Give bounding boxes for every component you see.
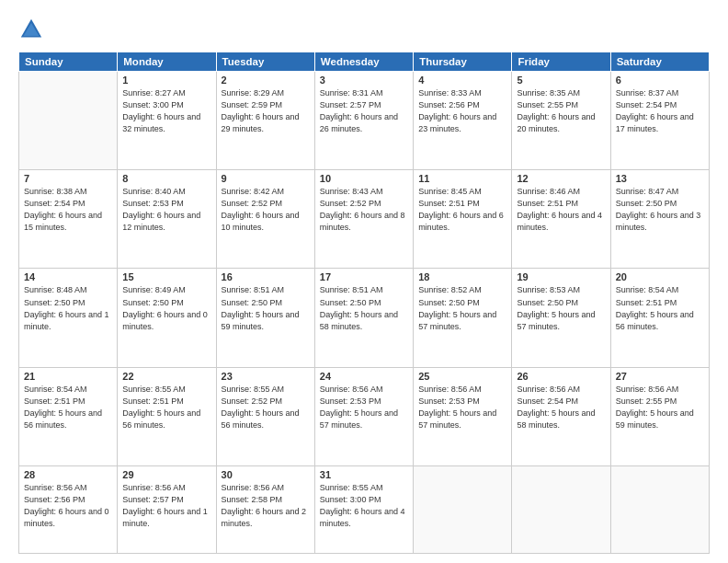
calendar-week-4: 21Sunrise: 8:54 AMSunset: 2:51 PMDayligh… [19, 367, 710, 465]
day-info: Sunrise: 8:27 AMSunset: 3:00 PMDaylight:… [122, 87, 210, 135]
day-number: 2 [222, 75, 310, 86]
day-number: 31 [320, 469, 408, 480]
calendar-cell: 20Sunrise: 8:54 AMSunset: 2:51 PMDayligh… [610, 269, 709, 367]
day-number: 13 [616, 173, 704, 184]
day-number: 18 [418, 271, 506, 282]
day-info: Sunrise: 8:53 AMSunset: 2:50 PMDaylight:… [517, 284, 605, 332]
day-number: 3 [320, 75, 408, 86]
day-number: 11 [418, 173, 506, 184]
day-info: Sunrise: 8:52 AMSunset: 2:50 PMDaylight:… [418, 284, 506, 332]
calendar-cell: 14Sunrise: 8:48 AMSunset: 2:50 PMDayligh… [19, 269, 118, 367]
calendar-cell: 24Sunrise: 8:56 AMSunset: 2:53 PMDayligh… [314, 367, 413, 465]
day-info: Sunrise: 8:33 AMSunset: 2:56 PMDaylight:… [418, 87, 506, 135]
calendar-cell: 3Sunrise: 8:31 AMSunset: 2:57 PMDaylight… [314, 72, 413, 170]
calendar-cell: 22Sunrise: 8:55 AMSunset: 2:51 PMDayligh… [118, 367, 216, 465]
day-number: 29 [122, 469, 210, 480]
day-number: 30 [222, 469, 310, 480]
day-info: Sunrise: 8:56 AMSunset: 2:57 PMDaylight:… [122, 482, 210, 530]
day-info: Sunrise: 8:56 AMSunset: 2:55 PMDaylight:… [616, 384, 704, 431]
day-info: Sunrise: 8:51 AMSunset: 2:50 PMDaylight:… [222, 284, 310, 332]
day-number: 28 [24, 469, 112, 480]
day-info: Sunrise: 8:35 AMSunset: 2:55 PMDaylight:… [517, 87, 605, 135]
calendar-cell [512, 465, 610, 553]
calendar-cell: 11Sunrise: 8:45 AMSunset: 2:51 PMDayligh… [414, 170, 512, 269]
day-info: Sunrise: 8:55 AMSunset: 2:52 PMDaylight:… [222, 384, 310, 431]
day-number: 22 [122, 371, 210, 382]
day-number: 9 [222, 173, 310, 184]
day-info: Sunrise: 8:45 AMSunset: 2:51 PMDaylight:… [418, 186, 506, 234]
day-info: Sunrise: 8:51 AMSunset: 2:50 PMDaylight:… [320, 284, 408, 332]
calendar-cell: 8Sunrise: 8:40 AMSunset: 2:53 PMDaylight… [118, 170, 216, 269]
day-number: 25 [418, 371, 506, 382]
day-number: 24 [320, 371, 408, 382]
day-number: 7 [24, 173, 112, 184]
day-info: Sunrise: 8:54 AMSunset: 2:51 PMDaylight:… [616, 284, 704, 332]
weekday-header-wednesday: Wednesday [314, 52, 413, 72]
calendar-cell: 30Sunrise: 8:56 AMSunset: 2:58 PMDayligh… [216, 465, 314, 553]
calendar-cell: 19Sunrise: 8:53 AMSunset: 2:50 PMDayligh… [512, 269, 610, 367]
day-number: 17 [320, 271, 408, 282]
day-info: Sunrise: 8:47 AMSunset: 2:50 PMDaylight:… [616, 186, 704, 234]
day-number: 5 [517, 75, 605, 86]
day-info: Sunrise: 8:37 AMSunset: 2:54 PMDaylight:… [616, 87, 704, 135]
calendar-cell: 13Sunrise: 8:47 AMSunset: 2:50 PMDayligh… [610, 170, 709, 269]
day-info: Sunrise: 8:40 AMSunset: 2:53 PMDaylight:… [122, 186, 210, 234]
calendar-cell: 10Sunrise: 8:43 AMSunset: 2:52 PMDayligh… [314, 170, 413, 269]
calendar-cell [19, 72, 118, 170]
weekday-header-friday: Friday [512, 52, 610, 72]
weekday-header-tuesday: Tuesday [216, 52, 314, 72]
calendar-week-2: 7Sunrise: 8:38 AMSunset: 2:54 PMDaylight… [19, 170, 710, 269]
day-number: 16 [222, 271, 310, 282]
day-info: Sunrise: 8:56 AMSunset: 2:58 PMDaylight:… [222, 482, 310, 530]
calendar-cell: 26Sunrise: 8:56 AMSunset: 2:54 PMDayligh… [512, 367, 610, 465]
day-number: 23 [222, 371, 310, 382]
calendar-cell: 29Sunrise: 8:56 AMSunset: 2:57 PMDayligh… [118, 465, 216, 553]
calendar-cell: 9Sunrise: 8:42 AMSunset: 2:52 PMDaylight… [216, 170, 314, 269]
calendar-cell: 21Sunrise: 8:54 AMSunset: 2:51 PMDayligh… [19, 367, 118, 465]
day-number: 8 [122, 173, 210, 184]
day-info: Sunrise: 8:48 AMSunset: 2:50 PMDaylight:… [24, 284, 112, 332]
day-info: Sunrise: 8:31 AMSunset: 2:57 PMDaylight:… [320, 87, 408, 135]
day-number: 15 [122, 271, 210, 282]
weekday-header-row: SundayMondayTuesdayWednesdayThursdayFrid… [19, 52, 710, 72]
logo-icon [18, 17, 44, 42]
calendar-cell: 2Sunrise: 8:29 AMSunset: 2:59 PMDaylight… [216, 72, 314, 170]
page: SundayMondayTuesdayWednesdayThursdayFrid… [0, 0, 728, 563]
day-info: Sunrise: 8:29 AMSunset: 2:59 PMDaylight:… [222, 87, 310, 135]
calendar-cell [610, 465, 709, 553]
day-info: Sunrise: 8:56 AMSunset: 2:54 PMDaylight:… [517, 384, 605, 431]
calendar-cell: 4Sunrise: 8:33 AMSunset: 2:56 PMDaylight… [414, 72, 512, 170]
day-info: Sunrise: 8:54 AMSunset: 2:51 PMDaylight:… [24, 384, 112, 431]
calendar-cell: 23Sunrise: 8:55 AMSunset: 2:52 PMDayligh… [216, 367, 314, 465]
day-number: 20 [616, 271, 704, 282]
day-number: 21 [24, 371, 112, 382]
day-info: Sunrise: 8:42 AMSunset: 2:52 PMDaylight:… [222, 186, 310, 234]
weekday-header-saturday: Saturday [610, 52, 709, 72]
calendar-cell: 15Sunrise: 8:49 AMSunset: 2:50 PMDayligh… [118, 269, 216, 367]
logo [18, 17, 48, 42]
calendar-cell: 16Sunrise: 8:51 AMSunset: 2:50 PMDayligh… [216, 269, 314, 367]
calendar-cell: 17Sunrise: 8:51 AMSunset: 2:50 PMDayligh… [314, 269, 413, 367]
day-info: Sunrise: 8:46 AMSunset: 2:51 PMDaylight:… [517, 186, 605, 234]
day-info: Sunrise: 8:56 AMSunset: 2:53 PMDaylight:… [418, 384, 506, 431]
calendar-cell: 7Sunrise: 8:38 AMSunset: 2:54 PMDaylight… [19, 170, 118, 269]
calendar-cell [414, 465, 512, 553]
day-info: Sunrise: 8:55 AMSunset: 3:00 PMDaylight:… [320, 482, 408, 530]
calendar-week-1: 1Sunrise: 8:27 AMSunset: 3:00 PMDaylight… [19, 72, 710, 170]
calendar-cell: 27Sunrise: 8:56 AMSunset: 2:55 PMDayligh… [610, 367, 709, 465]
calendar-cell: 6Sunrise: 8:37 AMSunset: 2:54 PMDaylight… [610, 72, 709, 170]
calendar-table: SundayMondayTuesdayWednesdayThursdayFrid… [18, 52, 710, 554]
calendar-cell: 5Sunrise: 8:35 AMSunset: 2:55 PMDaylight… [512, 72, 610, 170]
weekday-header-thursday: Thursday [414, 52, 512, 72]
day-number: 12 [517, 173, 605, 184]
day-info: Sunrise: 8:43 AMSunset: 2:52 PMDaylight:… [320, 186, 408, 234]
calendar-cell: 31Sunrise: 8:55 AMSunset: 3:00 PMDayligh… [314, 465, 413, 553]
calendar-week-5: 28Sunrise: 8:56 AMSunset: 2:56 PMDayligh… [19, 465, 710, 553]
day-number: 27 [616, 371, 704, 382]
day-number: 26 [517, 371, 605, 382]
calendar-week-3: 14Sunrise: 8:48 AMSunset: 2:50 PMDayligh… [19, 269, 710, 367]
weekday-header-sunday: Sunday [19, 52, 118, 72]
header [18, 17, 710, 42]
day-info: Sunrise: 8:49 AMSunset: 2:50 PMDaylight:… [122, 284, 210, 332]
day-number: 14 [24, 271, 112, 282]
